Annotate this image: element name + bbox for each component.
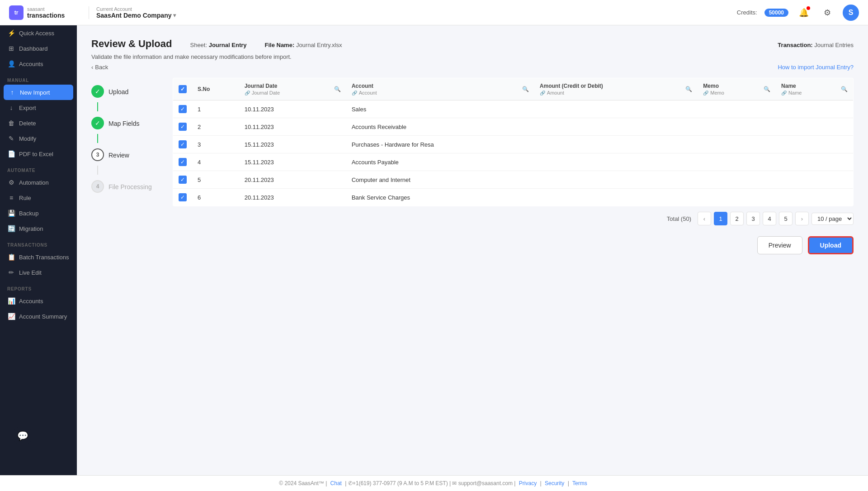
accounts-icon: 👤	[7, 60, 15, 67]
page-2-button[interactable]: 2	[730, 212, 744, 225]
chat-bubble[interactable]: 💬	[13, 426, 33, 446]
sidebar-item-delete[interactable]: 🗑 Delete	[0, 115, 77, 131]
sidebar-item-dashboard[interactable]: ⊞ Dashboard	[0, 41, 77, 56]
table-area: ✓ S.No Journal Date 🔗Journal Date 🔍	[173, 78, 854, 256]
avatar[interactable]: S	[843, 5, 859, 21]
transactions-section-label: TRANSACTIONS	[0, 236, 77, 249]
notifications-button[interactable]: 🔔	[796, 5, 812, 21]
delete-icon: 🗑	[7, 119, 15, 127]
sheet-label: Sheet:	[190, 42, 207, 48]
row-checkbox-0[interactable]: ✓	[173, 100, 193, 118]
page-3-button[interactable]: 3	[746, 212, 760, 225]
sidebar-item-backup[interactable]: 💾 Backup	[0, 205, 77, 221]
account-name[interactable]: SaasAnt Demo Company ▾	[96, 12, 176, 19]
footer: © 2024 SaasAnt™ | Chat | ✆+1(619) 377-09…	[0, 475, 868, 491]
step-map-fields: ✓ Map Fields	[91, 111, 164, 134]
settings-button[interactable]: ⚙	[819, 5, 835, 21]
row-checkbox-1[interactable]: ✓	[173, 118, 193, 136]
row-checkbox-3[interactable]: ✓	[173, 153, 193, 171]
export-icon: ↓	[7, 104, 15, 111]
row-account-3: Accounts Payable	[346, 153, 534, 171]
sidebar-item-new-import[interactable]: ↑ New Import	[4, 85, 73, 100]
th-account: Account 🔗Account 🔍	[346, 78, 534, 100]
th-memo: Memo 🔗Memo 🔍	[698, 78, 776, 100]
steps-column: ✓ Upload ✓ Map Fields 3 Review 4 File Pr…	[91, 78, 164, 256]
sidebar-item-rule[interactable]: ≡ Rule	[0, 190, 77, 205]
back-button[interactable]: ‹ Back	[91, 64, 108, 71]
pagination: Total (50) ‹ 1 2 3 4 5 › 10 / page 25 / …	[173, 206, 854, 231]
row-date-1: 10.11.2023	[239, 118, 346, 136]
sidebar-item-migration[interactable]: 🔄 Migration	[0, 221, 77, 236]
sidebar-item-automation[interactable]: ⚙ Automation	[0, 175, 77, 190]
sidebar-item-pdf-to-excel[interactable]: 📄 PDF to Excel	[0, 146, 77, 162]
row-checkbox-2[interactable]: ✓	[173, 136, 193, 153]
page-4-button[interactable]: 4	[763, 212, 776, 225]
journal-date-search-icon[interactable]: 🔍	[334, 86, 341, 92]
memo-search-icon[interactable]: 🔍	[764, 86, 770, 92]
bottom-actions: Preview Upload	[173, 231, 854, 256]
page-1-button[interactable]: 1	[714, 212, 727, 225]
row-checkbox-4[interactable]: ✓	[173, 171, 193, 189]
live-edit-icon: ✏	[7, 269, 15, 276]
step-review-icon: 3	[91, 148, 104, 161]
row-amount-3	[534, 153, 698, 171]
prev-page-button[interactable]: ‹	[698, 212, 711, 225]
page-description: Validate the file information and make n…	[91, 53, 854, 60]
preview-button[interactable]: Preview	[757, 236, 802, 254]
th-sno: S.No	[192, 78, 239, 100]
row-amount-5	[534, 189, 698, 206]
amount-search-icon[interactable]: 🔍	[685, 86, 692, 92]
sidebar: ⚡ Quick Access ⊞ Dashboard 👤 Accounts MA…	[0, 25, 77, 475]
logo-brand: saasant	[27, 6, 65, 12]
account-search-icon[interactable]: 🔍	[522, 86, 529, 92]
row-name-3	[776, 153, 853, 171]
sidebar-item-modify[interactable]: ✎ Modify	[0, 131, 77, 146]
row-checkbox-5[interactable]: ✓	[173, 189, 193, 206]
step-review-label: Review	[108, 150, 129, 159]
upload-button[interactable]: Upload	[808, 236, 854, 254]
next-page-button[interactable]: ›	[795, 212, 809, 225]
step-upload-label: Upload	[108, 86, 128, 95]
per-page-select[interactable]: 10 / page 25 / page 50 / page	[811, 213, 854, 225]
th-select-all[interactable]: ✓	[173, 78, 193, 100]
footer-privacy[interactable]: Privacy	[519, 480, 537, 486]
sidebar-item-export[interactable]: ↓ Export	[0, 100, 77, 115]
row-amount-4	[534, 171, 698, 189]
page-5-button[interactable]: 5	[779, 212, 793, 225]
account-selector[interactable]: Current Account SaasAnt Demo Company ▾	[89, 6, 176, 19]
select-all-checkbox[interactable]: ✓	[179, 85, 187, 93]
row-account-2: Purchases - Hardware for Resa	[346, 136, 534, 153]
filename-label: File Name:	[265, 42, 295, 48]
row-date-0: 10.11.2023	[239, 100, 346, 118]
step-map-fields-label: Map Fields	[108, 118, 139, 127]
sidebar-item-accounts[interactable]: 👤 Accounts	[0, 56, 77, 72]
row-date-5: 20.11.2023	[239, 189, 346, 206]
row-date-4: 20.11.2023	[239, 171, 346, 189]
footer-email: ✉ support@saasant.com	[452, 480, 513, 486]
name-search-icon[interactable]: 🔍	[841, 86, 848, 92]
back-arrow-icon: ‹	[91, 64, 93, 71]
footer-chat[interactable]: Chat	[330, 480, 342, 486]
footer-terms[interactable]: Terms	[572, 480, 587, 486]
manual-section-label: MANUAL	[0, 72, 77, 85]
sidebar-item-live-edit[interactable]: ✏ Live Edit	[0, 265, 77, 280]
row-name-2	[776, 136, 853, 153]
filename-meta: File Name: Journal Entry.xlsx	[265, 42, 342, 48]
row-sno-1: 2	[192, 118, 239, 136]
transaction-meta: Transaction: Journal Entries	[778, 42, 854, 48]
footer-security[interactable]: Security	[545, 480, 564, 486]
header-right: Credits: 50000 🔔 ⚙ S	[737, 5, 859, 21]
sidebar-item-batch-transactions[interactable]: 📋 Batch Transactions	[0, 249, 77, 265]
notification-dot	[807, 6, 810, 10]
row-date-3: 15.11.2023	[239, 153, 346, 171]
sidebar-item-accounts-report[interactable]: 📊 Accounts	[0, 293, 77, 309]
sidebar-item-account-summary[interactable]: 📈 Account Summary	[0, 309, 77, 324]
transaction-value: Journal Entries	[814, 42, 854, 48]
row-name-1	[776, 118, 853, 136]
credits-label: Credits:	[737, 9, 757, 16]
sidebar-item-quick-access[interactable]: ⚡ Quick Access	[0, 25, 77, 41]
transaction-label: Transaction:	[778, 42, 812, 48]
sheet-meta: Sheet: Journal Entry	[190, 42, 246, 48]
row-name-0	[776, 100, 853, 118]
how-to-link[interactable]: How to import Journal Entry?	[778, 64, 854, 71]
